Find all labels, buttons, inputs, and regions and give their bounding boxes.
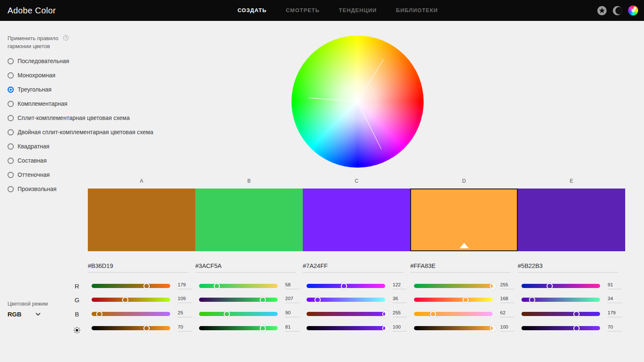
radio-icon[interactable] — [8, 143, 14, 150]
nav-item-3[interactable]: ТЕНДЕНЦИИ — [339, 0, 377, 21]
swatch-D[interactable] — [410, 189, 518, 251]
blue-slider-handle-C[interactable] — [382, 311, 388, 317]
red-slider-C[interactable] — [307, 284, 385, 288]
radio-icon[interactable] — [8, 115, 14, 121]
blue-slider-A[interactable] — [92, 312, 170, 316]
nav-item-1[interactable]: СОЗДАТЬ — [238, 0, 267, 21]
radio-icon[interactable] — [8, 158, 14, 164]
radio-icon[interactable] — [8, 129, 14, 135]
red-slider-value-B[interactable]: 58 — [285, 282, 299, 289]
harmony-rule-option-7[interactable]: Квадратная — [8, 139, 153, 153]
red-slider-value-A[interactable]: 179 — [178, 282, 192, 289]
hex-input-A[interactable]: #B36D19 — [88, 263, 188, 273]
color-mode-select[interactable]: RGB — [8, 310, 41, 318]
green-slider-value-B[interactable]: 207 — [285, 296, 299, 303]
blue-slider-value-B[interactable]: 90 — [285, 310, 299, 317]
green-slider-handle-D[interactable] — [463, 297, 469, 303]
brightness-slider-A[interactable] — [92, 326, 170, 330]
green-slider-value-E[interactable]: 34 — [608, 296, 622, 303]
swatch-A[interactable] — [88, 189, 195, 251]
green-slider-D[interactable] — [414, 298, 493, 302]
nav-item-2[interactable]: СМОТРЕТЬ — [286, 0, 320, 21]
app-header: Adobe Color СОЗДАТЬСМОТРЕТЬТЕНДЕНЦИИБИБЛ… — [0, 0, 644, 21]
blue-slider-handle-A[interactable] — [96, 311, 102, 317]
brightness-slider-handle-E[interactable] — [573, 325, 580, 331]
blue-slider-B[interactable] — [199, 312, 278, 316]
harmony-rule-option-6[interactable]: Двойная сплит-комплементарная цветовая с… — [8, 125, 153, 139]
green-slider-A[interactable] — [92, 298, 170, 302]
blue-slider-handle-D[interactable] — [430, 311, 436, 317]
red-slider-handle-C[interactable] — [341, 283, 347, 289]
hex-input-E[interactable]: #5B22B3 — [518, 263, 618, 273]
swatch-C[interactable] — [303, 189, 410, 251]
radio-icon[interactable] — [8, 186, 14, 192]
radio-icon[interactable] — [8, 58, 14, 64]
brightness-slider-handle-B[interactable] — [260, 325, 266, 331]
profile-color-wheel-icon[interactable] — [628, 5, 638, 15]
harmony-rule-option-5[interactable]: Сплит-комплементарная цветовая схема — [8, 111, 153, 125]
hex-input-D[interactable]: #FFA83E — [410, 263, 511, 273]
green-slider-B[interactable] — [199, 298, 278, 302]
green-slider-C[interactable] — [307, 298, 385, 302]
red-slider-E[interactable] — [521, 284, 600, 288]
green-slider-handle-E[interactable] — [529, 297, 535, 303]
green-slider-value-C[interactable]: 36 — [393, 296, 407, 303]
blue-slider-value-E[interactable]: 179 — [608, 310, 622, 317]
red-slider-A[interactable] — [92, 284, 170, 288]
red-slider-handle-B[interactable] — [214, 283, 220, 289]
blue-slider-value-D[interactable]: 62 — [500, 310, 514, 317]
brightness-slider-handle-C[interactable] — [382, 325, 388, 331]
red-slider-value-C[interactable]: 122 — [393, 282, 407, 289]
red-slider-handle-E[interactable] — [547, 283, 553, 289]
brightness-slider-value-D[interactable]: 100 — [500, 324, 514, 331]
red-slider-value-E[interactable]: 91 — [608, 282, 622, 289]
harmony-rule-option-3[interactable]: Треугольная — [8, 82, 153, 97]
brightness-slider-value-B[interactable]: 81 — [285, 324, 299, 331]
brightness-slider-E[interactable] — [521, 326, 600, 330]
blue-slider-C[interactable] — [307, 312, 385, 316]
harmony-rule-option-8[interactable]: Составная — [8, 153, 153, 168]
green-slider-handle-C[interactable] — [314, 297, 321, 303]
harmony-rule-option-1[interactable]: Последовательная — [8, 54, 153, 68]
brightness-slider-handle-A[interactable] — [143, 325, 150, 331]
green-slider-E[interactable] — [521, 298, 600, 302]
help-icon[interactable]: ? — [63, 35, 69, 41]
star-badge-icon[interactable] — [597, 6, 607, 15]
blue-slider-value-A[interactable]: 25 — [178, 310, 192, 317]
blue-slider-D[interactable] — [414, 312, 493, 316]
swatch-E[interactable] — [518, 189, 625, 251]
brightness-slider-value-E[interactable]: 70 — [608, 324, 622, 331]
brightness-slider-B[interactable] — [199, 326, 278, 330]
red-slider-handle-D[interactable] — [490, 283, 496, 289]
hex-input-B[interactable]: #3ACF5A — [195, 263, 296, 273]
harmony-rule-option-2[interactable]: Монохромная — [8, 68, 153, 82]
brightness-slider-handle-D[interactable] — [490, 325, 496, 331]
swatch-B[interactable] — [195, 189, 303, 251]
color-wheel[interactable] — [291, 36, 424, 168]
contrast-toggle-icon[interactable] — [613, 6, 622, 15]
blue-slider-handle-B[interactable] — [224, 311, 230, 317]
green-slider-value-D[interactable]: 168 — [500, 296, 514, 303]
green-slider-value-A[interactable]: 109 — [178, 296, 192, 303]
blue-slider-value-C[interactable]: 255 — [393, 310, 407, 317]
brightness-slider-C[interactable] — [307, 326, 385, 330]
radio-checked-icon[interactable] — [8, 87, 14, 93]
blue-slider-handle-E[interactable] — [573, 311, 580, 317]
app-logo[interactable]: Adobe Color — [8, 0, 56, 21]
blue-slider-E[interactable] — [521, 312, 600, 316]
brightness-slider-D[interactable] — [414, 326, 493, 330]
brightness-slider-value-A[interactable]: 70 — [178, 324, 192, 331]
red-slider-handle-A[interactable] — [143, 283, 150, 289]
radio-icon[interactable] — [8, 101, 14, 107]
brightness-slider-value-C[interactable]: 100 — [393, 324, 407, 331]
radio-icon[interactable] — [8, 72, 14, 79]
hex-input-C[interactable]: #7A24FF — [303, 263, 403, 273]
red-slider-value-D[interactable]: 255 — [500, 282, 514, 289]
nav-item-4[interactable]: БИБЛИОТЕКИ — [396, 0, 438, 21]
harmony-rule-option-4[interactable]: Комплементарная — [8, 97, 153, 111]
red-slider-B[interactable] — [199, 284, 278, 288]
red-slider-D[interactable] — [414, 284, 493, 288]
green-slider-handle-B[interactable] — [260, 297, 266, 303]
green-slider-handle-A[interactable] — [122, 297, 128, 303]
radio-icon[interactable] — [8, 172, 14, 178]
